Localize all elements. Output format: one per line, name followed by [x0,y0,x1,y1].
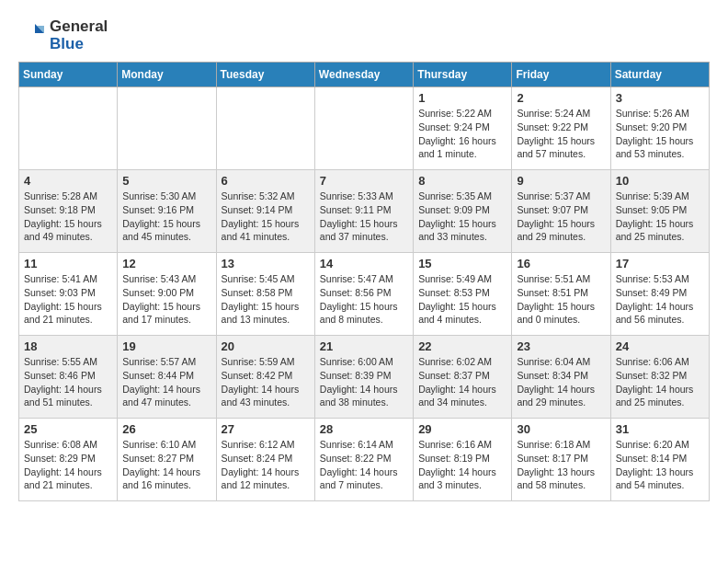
day-info: Sunrise: 6:00 AM Sunset: 8:39 PM Dayligh… [320,355,408,409]
day-cell [118,87,216,170]
day-cell: 11Sunrise: 5:41 AM Sunset: 9:03 PM Dayli… [19,253,118,336]
day-number: 29 [418,422,506,436]
day-number: 20 [222,339,310,353]
day-number: 26 [122,422,210,436]
day-cell: 2Sunrise: 5:24 AM Sunset: 9:22 PM Daylig… [512,87,610,170]
day-cell: 13Sunrise: 5:45 AM Sunset: 8:58 PM Dayli… [216,253,314,336]
day-cell: 30Sunrise: 6:18 AM Sunset: 8:17 PM Dayli… [512,419,610,501]
day-cell: 12Sunrise: 5:43 AM Sunset: 9:00 PM Dayli… [118,253,216,336]
day-info: Sunrise: 5:45 AM Sunset: 8:58 PM Dayligh… [222,272,310,327]
day-cell [314,87,413,170]
logo-general: General [50,18,108,36]
day-cell: 3Sunrise: 5:26 AM Sunset: 9:20 PM Daylig… [610,87,709,170]
day-number: 6 [222,174,310,188]
day-cell: 17Sunrise: 5:53 AM Sunset: 8:49 PM Dayli… [610,253,709,336]
day-number: 21 [320,339,408,353]
day-info: Sunrise: 5:32 AM Sunset: 9:14 PM Dayligh… [222,190,310,244]
day-info: Sunrise: 5:39 AM Sunset: 9:05 PM Dayligh… [616,190,704,244]
day-number: 24 [616,339,704,353]
day-number: 12 [122,257,210,270]
day-info: Sunrise: 5:28 AM Sunset: 9:18 PM Dayligh… [24,190,112,244]
day-cell: 5Sunrise: 5:30 AM Sunset: 9:16 PM Daylig… [118,170,216,253]
day-info: Sunrise: 5:53 AM Sunset: 8:49 PM Dayligh… [616,272,704,327]
day-cell: 9Sunrise: 5:37 AM Sunset: 9:07 PM Daylig… [512,170,610,253]
logo-blue: Blue [50,36,108,53]
day-number: 14 [320,257,408,270]
week-row-5: 25Sunrise: 6:08 AM Sunset: 8:29 PM Dayli… [19,419,710,501]
day-cell: 26Sunrise: 6:10 AM Sunset: 8:27 PM Dayli… [118,419,216,501]
col-header-monday: Monday [118,63,216,87]
day-cell: 19Sunrise: 5:57 AM Sunset: 8:44 PM Dayli… [118,336,216,419]
day-cell [216,87,314,170]
day-number: 8 [418,174,506,188]
day-info: Sunrise: 5:22 AM Sunset: 9:24 PM Dayligh… [418,107,506,161]
day-info: Sunrise: 5:55 AM Sunset: 8:46 PM Dayligh… [24,355,112,409]
day-cell: 21Sunrise: 6:00 AM Sunset: 8:39 PM Dayli… [314,336,413,419]
week-row-2: 4Sunrise: 5:28 AM Sunset: 9:18 PM Daylig… [19,170,710,253]
day-info: Sunrise: 5:37 AM Sunset: 9:07 PM Dayligh… [517,190,605,244]
day-number: 22 [418,339,506,353]
day-number: 25 [24,422,112,436]
day-cell: 28Sunrise: 6:14 AM Sunset: 8:22 PM Dayli… [314,419,413,501]
day-number: 18 [24,339,112,353]
week-row-1: 1Sunrise: 5:22 AM Sunset: 9:24 PM Daylig… [19,87,710,170]
day-cell: 23Sunrise: 6:04 AM Sunset: 8:34 PM Dayli… [512,336,610,419]
day-cell: 16Sunrise: 5:51 AM Sunset: 8:51 PM Dayli… [512,253,610,336]
day-cell: 29Sunrise: 6:16 AM Sunset: 8:19 PM Dayli… [414,419,512,501]
day-cell: 10Sunrise: 5:39 AM Sunset: 9:05 PM Dayli… [610,170,709,253]
day-number: 1 [418,91,506,105]
day-number: 19 [122,339,210,353]
logo-text: General Blue [50,18,108,52]
day-info: Sunrise: 5:43 AM Sunset: 9:00 PM Dayligh… [122,272,210,327]
day-cell: 6Sunrise: 5:32 AM Sunset: 9:14 PM Daylig… [216,170,314,253]
day-info: Sunrise: 5:59 AM Sunset: 8:42 PM Dayligh… [222,355,310,409]
day-number: 30 [517,422,605,436]
col-header-sunday: Sunday [19,63,118,87]
week-row-4: 18Sunrise: 5:55 AM Sunset: 8:46 PM Dayli… [19,336,710,419]
day-number: 9 [517,174,605,188]
logo: General Blue [18,18,108,52]
day-number: 4 [24,174,112,188]
day-info: Sunrise: 5:51 AM Sunset: 8:51 PM Dayligh… [517,272,605,327]
day-number: 31 [616,422,704,436]
day-info: Sunrise: 5:24 AM Sunset: 9:22 PM Dayligh… [517,107,605,161]
day-info: Sunrise: 5:41 AM Sunset: 9:03 PM Dayligh… [24,272,112,327]
day-info: Sunrise: 6:14 AM Sunset: 8:22 PM Dayligh… [320,438,408,492]
day-number: 3 [616,91,704,105]
day-number: 28 [320,422,408,436]
day-number: 23 [517,339,605,353]
day-info: Sunrise: 6:06 AM Sunset: 8:32 PM Dayligh… [616,355,704,409]
day-cell: 24Sunrise: 6:06 AM Sunset: 8:32 PM Dayli… [610,336,709,419]
day-number: 2 [517,91,605,105]
col-header-saturday: Saturday [610,63,709,87]
day-cell: 15Sunrise: 5:49 AM Sunset: 8:53 PM Dayli… [414,253,512,336]
day-cell: 8Sunrise: 5:35 AM Sunset: 9:09 PM Daylig… [414,170,512,253]
day-info: Sunrise: 6:04 AM Sunset: 8:34 PM Dayligh… [517,355,605,409]
calendar-header-row: SundayMondayTuesdayWednesdayThursdayFrid… [19,63,710,87]
day-number: 17 [616,257,704,270]
day-cell [19,87,118,170]
day-cell: 25Sunrise: 6:08 AM Sunset: 8:29 PM Dayli… [19,419,118,501]
logo-graphic [18,22,46,50]
day-info: Sunrise: 5:57 AM Sunset: 8:44 PM Dayligh… [122,355,210,409]
day-number: 10 [616,174,704,188]
logo-wrapper: General Blue [18,18,108,52]
day-number: 27 [222,422,310,436]
day-info: Sunrise: 5:49 AM Sunset: 8:53 PM Dayligh… [418,272,506,327]
day-cell: 7Sunrise: 5:33 AM Sunset: 9:11 PM Daylig… [314,170,413,253]
day-cell: 31Sunrise: 6:20 AM Sunset: 8:14 PM Dayli… [610,419,709,501]
day-cell: 22Sunrise: 6:02 AM Sunset: 8:37 PM Dayli… [414,336,512,419]
day-info: Sunrise: 5:35 AM Sunset: 9:09 PM Dayligh… [418,190,506,244]
day-info: Sunrise: 5:30 AM Sunset: 9:16 PM Dayligh… [122,190,210,244]
day-info: Sunrise: 5:26 AM Sunset: 9:20 PM Dayligh… [616,107,704,161]
week-row-3: 11Sunrise: 5:41 AM Sunset: 9:03 PM Dayli… [19,253,710,336]
day-cell: 27Sunrise: 6:12 AM Sunset: 8:24 PM Dayli… [216,419,314,501]
day-info: Sunrise: 5:47 AM Sunset: 8:56 PM Dayligh… [320,272,408,327]
day-cell: 4Sunrise: 5:28 AM Sunset: 9:18 PM Daylig… [19,170,118,253]
day-cell: 18Sunrise: 5:55 AM Sunset: 8:46 PM Dayli… [19,336,118,419]
day-number: 5 [122,174,210,188]
col-header-tuesday: Tuesday [216,63,314,87]
day-info: Sunrise: 6:08 AM Sunset: 8:29 PM Dayligh… [24,438,112,492]
day-info: Sunrise: 6:16 AM Sunset: 8:19 PM Dayligh… [418,438,506,492]
day-info: Sunrise: 6:02 AM Sunset: 8:37 PM Dayligh… [418,355,506,409]
